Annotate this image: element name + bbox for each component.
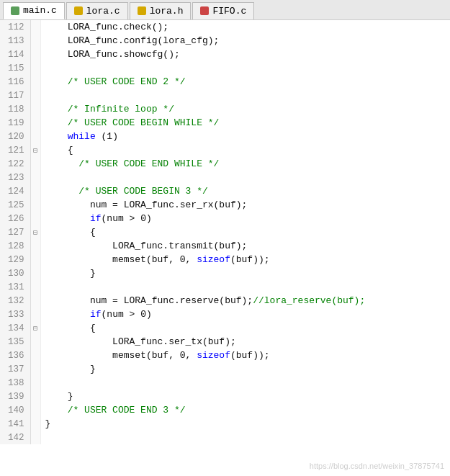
tab-lorah[interactable]: lora.h bbox=[130, 2, 192, 19]
fold-indicator bbox=[30, 431, 40, 444]
line-number: 139 bbox=[0, 390, 30, 403]
table-row: 128 LORA_func.transmit(buf); bbox=[0, 239, 450, 253]
fold-indicator bbox=[30, 184, 40, 198]
table-row: 142 bbox=[0, 431, 450, 444]
line-number: 126 bbox=[0, 212, 30, 225]
table-row: 119 /* USER CODE BEGIN WHILE */ bbox=[0, 116, 450, 130]
fold-indicator bbox=[30, 75, 40, 89]
fold-indicator bbox=[30, 48, 40, 61]
table-row: 137 } bbox=[0, 362, 450, 376]
line-number: 120 bbox=[0, 130, 30, 143]
tab-icon-mainc bbox=[11, 6, 19, 15]
fold-indicator bbox=[30, 20, 40, 34]
code-line bbox=[40, 89, 450, 102]
table-row: 129 memset(buf, 0, sizeof(buf)); bbox=[0, 253, 450, 266]
line-number: 137 bbox=[0, 362, 30, 376]
tab-icon-lorah bbox=[138, 6, 146, 15]
tab-label: FIFO.c bbox=[212, 6, 246, 17]
table-row: 138 bbox=[0, 376, 450, 390]
line-number: 128 bbox=[0, 239, 30, 253]
fold-indicator[interactable]: ⊟ bbox=[30, 143, 40, 157]
fold-indicator bbox=[30, 89, 40, 102]
fold-indicator bbox=[30, 307, 40, 321]
fold-indicator bbox=[30, 239, 40, 253]
code-line bbox=[40, 280, 450, 294]
fold-indicator bbox=[30, 294, 40, 307]
line-number: 112 bbox=[0, 20, 30, 34]
fold-indicator bbox=[30, 102, 40, 116]
table-row: 117 bbox=[0, 89, 450, 102]
line-number: 116 bbox=[0, 75, 30, 89]
fold-indicator bbox=[30, 130, 40, 143]
fold-indicator bbox=[30, 266, 40, 280]
code-line: LORA_func.transmit(buf); bbox=[40, 239, 450, 253]
table-row: 122 /* USER CODE END WHILE */ bbox=[0, 157, 450, 171]
line-number: 114 bbox=[0, 48, 30, 61]
code-line: { bbox=[40, 225, 450, 239]
line-number: 121 bbox=[0, 143, 30, 157]
table-row: 139 } bbox=[0, 390, 450, 403]
code-line: /* USER CODE END 3 */ bbox=[40, 403, 450, 417]
line-number: 138 bbox=[0, 376, 30, 390]
line-number: 127 bbox=[0, 225, 30, 239]
line-number: 119 bbox=[0, 116, 30, 130]
fold-indicator bbox=[30, 390, 40, 403]
code-line: } bbox=[40, 390, 450, 403]
line-number: 141 bbox=[0, 417, 30, 431]
code-line bbox=[40, 171, 450, 184]
line-number: 113 bbox=[0, 34, 30, 48]
table-row: 135 LORA_func.ser_tx(buf); bbox=[0, 335, 450, 349]
line-number: 131 bbox=[0, 280, 30, 294]
table-row: 136 memset(buf, 0, sizeof(buf)); bbox=[0, 349, 450, 362]
line-number: 136 bbox=[0, 349, 30, 362]
table-row: 124 /* USER CODE BEGIN 3 */ bbox=[0, 184, 450, 198]
code-line: } bbox=[40, 362, 450, 376]
code-line: memset(buf, 0, sizeof(buf)); bbox=[40, 349, 450, 362]
tab-lorac[interactable]: lora.c bbox=[66, 2, 128, 19]
code-line: { bbox=[40, 143, 450, 157]
code-line: LORA_func.check(); bbox=[40, 20, 450, 34]
tab-icon-lorac bbox=[74, 6, 83, 15]
code-line: if(num > 0) bbox=[40, 212, 450, 225]
code-line: while (1) bbox=[40, 130, 450, 143]
code-line: num = LORA_func.ser_rx(buf); bbox=[40, 198, 450, 212]
table-row: 125 num = LORA_func.ser_rx(buf); bbox=[0, 198, 450, 212]
fold-indicator bbox=[30, 362, 40, 376]
code-line: { bbox=[40, 321, 450, 335]
table-row: 115 bbox=[0, 61, 450, 75]
code-area[interactable]: 112 LORA_func.check();113 LORA_func.conf… bbox=[0, 20, 450, 475]
code-line: /* USER CODE BEGIN WHILE */ bbox=[40, 116, 450, 130]
fold-indicator bbox=[30, 212, 40, 225]
fold-indicator bbox=[30, 403, 40, 417]
tab-label: main.c bbox=[23, 5, 57, 16]
table-row: 133 if(num > 0) bbox=[0, 307, 450, 321]
table-row: 141} bbox=[0, 417, 450, 431]
table-row: 113 LORA_func.config(lora_cfg); bbox=[0, 34, 450, 48]
table-row: 112 LORA_func.check(); bbox=[0, 20, 450, 34]
fold-indicator bbox=[30, 349, 40, 362]
table-row: 126 if(num > 0) bbox=[0, 212, 450, 225]
code-line: LORA_func.ser_tx(buf); bbox=[40, 335, 450, 349]
code-line bbox=[40, 431, 450, 444]
tab-label: lora.c bbox=[86, 6, 120, 17]
fold-indicator bbox=[30, 417, 40, 431]
fold-indicator[interactable]: ⊟ bbox=[30, 225, 40, 239]
code-line: LORA_func.showcfg(); bbox=[40, 48, 450, 61]
table-row: 134⊟ { bbox=[0, 321, 450, 335]
table-row: 120 while (1) bbox=[0, 130, 450, 143]
line-number: 117 bbox=[0, 89, 30, 102]
code-line: /* USER CODE BEGIN 3 */ bbox=[40, 184, 450, 198]
fold-indicator[interactable]: ⊟ bbox=[30, 321, 40, 335]
line-number: 140 bbox=[0, 403, 30, 417]
tab-mainc[interactable]: main.c bbox=[3, 2, 65, 19]
fold-indicator bbox=[30, 253, 40, 266]
fold-indicator bbox=[30, 34, 40, 48]
line-number: 123 bbox=[0, 171, 30, 184]
table-row: 131 bbox=[0, 280, 450, 294]
table-row: 121⊟ { bbox=[0, 143, 450, 157]
line-number: 134 bbox=[0, 321, 30, 335]
tab-FIFOc[interactable]: FIFO.c bbox=[192, 2, 254, 19]
table-row: 127⊟ { bbox=[0, 225, 450, 239]
code-line: } bbox=[40, 266, 450, 280]
code-line: /* USER CODE END WHILE */ bbox=[40, 157, 450, 171]
